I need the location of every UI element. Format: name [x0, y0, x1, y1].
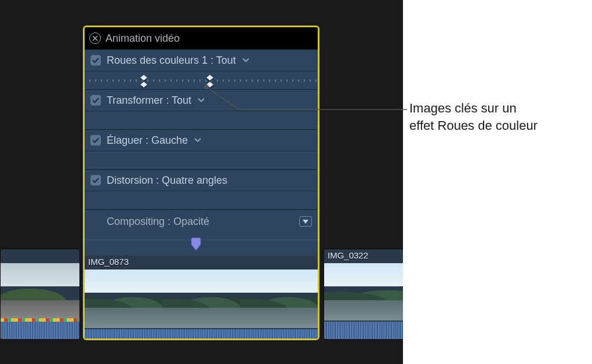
- selected-clip[interactable]: IMG_0873: [85, 256, 318, 340]
- editor-title: Animation vidéo: [106, 32, 180, 45]
- triangle-down-icon: [303, 220, 308, 224]
- compositing-row: Compositing : Opacité: [85, 209, 318, 256]
- chevron-down-icon: [194, 138, 201, 143]
- compositing-menu-button[interactable]: [299, 216, 312, 227]
- check-icon: [92, 57, 99, 63]
- fade-handle-icon: [190, 238, 202, 250]
- keyframe-icon: [140, 75, 148, 88]
- effect-label: Élaguer : Gauche: [107, 134, 188, 147]
- keyframe-marker[interactable]: [140, 75, 148, 88]
- checkbox-transform[interactable]: [90, 95, 101, 105]
- opacity-fade-handle-track[interactable]: [85, 239, 318, 256]
- param-menu-button[interactable]: [242, 56, 250, 64]
- keyframe-track-distort[interactable]: [85, 191, 318, 209]
- callout-line-1: Images clés sur un: [409, 100, 537, 117]
- compositing-label: Compositing : Opacité: [107, 216, 209, 228]
- callout-leader: [204, 82, 408, 117]
- keyframe-track-crop[interactable]: [85, 151, 318, 169]
- chevron-down-icon: [242, 58, 249, 63]
- clip-next[interactable]: IMG_0322: [324, 249, 403, 340]
- checkbox-distort[interactable]: [90, 175, 101, 185]
- effect-label: Transformer : Tout: [107, 94, 191, 107]
- check-icon: [92, 97, 99, 103]
- effect-label: Distorsion : Quatre angles: [107, 174, 227, 187]
- check-icon: [92, 137, 99, 143]
- close-button[interactable]: [89, 32, 101, 44]
- effect-label: Roues des couleurs 1 : Tout: [107, 54, 236, 67]
- effect-row-distort: Distorsion : Quatre angles: [85, 169, 318, 209]
- checkbox-color-wheels[interactable]: [90, 55, 101, 65]
- opacity-fade-handle[interactable]: [190, 238, 202, 253]
- param-menu-button[interactable]: [194, 136, 202, 144]
- callout-line-2: effet Roues de couleur: [409, 117, 537, 134]
- editor-header: Animation vidéo: [85, 27, 318, 49]
- checkbox-crop[interactable]: [90, 135, 101, 145]
- clip-prev[interactable]: [0, 249, 80, 340]
- video-animation-editor: Animation vidéo Roues des couleurs 1 : T…: [83, 26, 319, 340]
- clip-label-right: IMG_0322: [328, 250, 368, 260]
- effect-row-crop: Élaguer : Gauche: [85, 129, 318, 169]
- close-icon: [92, 35, 98, 41]
- clip-label-center: IMG_0873: [88, 257, 129, 267]
- check-icon: [92, 177, 99, 183]
- callout-annotation: Images clés sur un effet Roues de couleu…: [409, 100, 537, 134]
